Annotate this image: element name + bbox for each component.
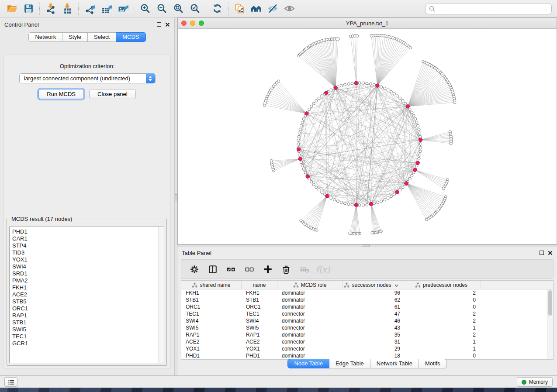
- select-all-rows-button[interactable]: [224, 262, 238, 277]
- table-cell[interactable]: SWI5: [242, 324, 277, 331]
- table-cell[interactable]: dominator: [277, 352, 343, 359]
- network-graph-canvas[interactable]: [178, 29, 557, 244]
- table-cell[interactable]: ORC1: [242, 303, 277, 310]
- column-header-shared-name[interactable]: shared name: [181, 281, 242, 289]
- table-cell[interactable]: 2: [407, 331, 481, 338]
- table-cell[interactable]: 1: [407, 345, 481, 352]
- table-cell[interactable]: dominator: [277, 317, 343, 324]
- table-cell[interactable]: RAP1: [181, 331, 242, 338]
- table-cell[interactable]: 46: [343, 317, 407, 324]
- hide-selected-button[interactable]: [264, 2, 281, 16]
- table-cell[interactable]: STB1: [181, 296, 242, 303]
- table-row[interactable]: ORC1ORC1dominator610: [181, 303, 553, 310]
- table-cell[interactable]: ORC1: [181, 303, 242, 310]
- mcds-result-item[interactable]: PMA2: [12, 277, 164, 284]
- toggle-panel-button[interactable]: [206, 262, 220, 277]
- table-cell[interactable]: 2: [407, 310, 481, 317]
- refresh-layout-button[interactable]: [209, 2, 225, 16]
- tab-select[interactable]: Select: [88, 32, 116, 42]
- table-cell[interactable]: STB1: [242, 296, 277, 303]
- table-cell[interactable]: 2: [407, 317, 481, 324]
- table-row[interactable]: RAP1RAP1dominator352: [181, 331, 553, 338]
- table-row[interactable]: TEC1TEC1connector472: [181, 310, 553, 317]
- tab-motifs[interactable]: Motifs: [419, 359, 447, 368]
- table-cell[interactable]: dominator: [277, 303, 343, 310]
- mcds-result-item[interactable]: STP4: [12, 242, 164, 249]
- mcds-result-item[interactable]: CAR1: [12, 235, 164, 242]
- table-cell[interactable]: 1: [407, 324, 481, 331]
- mcds-result-item[interactable]: GCR1: [12, 340, 164, 347]
- mcds-result-item[interactable]: SWI4: [12, 263, 164, 270]
- tab-mcds[interactable]: MCDS: [116, 32, 145, 42]
- close-table-panel-icon[interactable]: [548, 251, 553, 255]
- table-cell[interactable]: TEC1: [181, 310, 242, 317]
- table-row[interactable]: SWI5SWI5connector431: [181, 324, 553, 331]
- table-cell[interactable]: connector: [277, 324, 343, 331]
- table-scrollbar-thumb[interactable]: [548, 290, 552, 316]
- delete-column-button[interactable]: [279, 262, 293, 277]
- mcds-result-item[interactable]: YOX1: [12, 256, 164, 263]
- tab-network[interactable]: Network: [28, 32, 62, 42]
- table-cell[interactable]: SWI5: [181, 324, 242, 331]
- save-session-button[interactable]: [20, 2, 37, 16]
- memory-button[interactable]: Memory: [517, 377, 553, 387]
- table-cell[interactable]: 35: [343, 331, 407, 338]
- tab-node-table[interactable]: Node Table: [287, 359, 329, 368]
- export-network-button[interactable]: [81, 2, 98, 16]
- mcds-result-item[interactable]: TEC1: [12, 333, 164, 340]
- mcds-result-item[interactable]: ORC1: [12, 305, 164, 312]
- table-cell[interactable]: dominator: [277, 331, 343, 338]
- table-cell[interactable]: TEC1: [242, 310, 277, 317]
- table-row[interactable]: PHD1PHD1dominator180: [181, 352, 553, 359]
- table-cell[interactable]: 0: [407, 303, 481, 310]
- table-cell[interactable]: SWI4: [181, 317, 242, 324]
- tab-edge-table[interactable]: Edge Table: [329, 359, 370, 368]
- run-mcds-button[interactable]: Run MCDS: [38, 89, 84, 99]
- table-cell[interactable]: dominator: [277, 289, 343, 296]
- table-cell[interactable]: FKH1: [181, 289, 242, 296]
- table-cell[interactable]: 96: [343, 289, 407, 296]
- mcds-result-list[interactable]: PHD1CAR1STP4TID3YOX1SWI4SRD1PMA2FKH1ACE2…: [9, 227, 164, 363]
- table-cell[interactable]: 61: [343, 303, 407, 310]
- mcds-result-item[interactable]: STB5: [12, 298, 164, 305]
- table-cell[interactable]: 0: [407, 352, 481, 359]
- zoom-out-button[interactable]: [153, 2, 170, 16]
- column-header-name[interactable]: name: [242, 281, 277, 289]
- table-cell[interactable]: PHD1: [242, 352, 277, 359]
- export-table-button[interactable]: [98, 2, 114, 16]
- table-cell[interactable]: RAP1: [242, 331, 277, 338]
- column-header-MCDS-role[interactable]: MCDS role: [277, 281, 343, 289]
- table-cell[interactable]: 31: [343, 338, 407, 345]
- table-row[interactable]: SWI4SWI4dominator462: [181, 317, 553, 324]
- mcds-result-item[interactable]: SRD1: [12, 270, 164, 277]
- column-header-predecessor-nodes[interactable]: predecessor nodes: [407, 281, 481, 289]
- deselect-all-rows-button[interactable]: [242, 262, 256, 277]
- optimization-criterion-dropdown[interactable]: largest connected component (undirected): [19, 73, 156, 83]
- table-cell[interactable]: connector: [277, 345, 343, 352]
- table-cell[interactable]: 47: [343, 310, 407, 317]
- table-cell[interactable]: 2: [407, 289, 481, 296]
- search-input[interactable]: [438, 6, 548, 12]
- import-network-button[interactable]: [42, 2, 59, 16]
- table-cell[interactable]: ACE2: [181, 338, 242, 345]
- mcds-result-item[interactable]: PHD1: [12, 228, 164, 235]
- mcds-result-item[interactable]: SWI5: [12, 326, 164, 333]
- mcds-result-item[interactable]: ACE2: [12, 291, 164, 298]
- show-all-button[interactable]: [281, 2, 298, 16]
- zoom-selected-button[interactable]: [187, 2, 203, 16]
- table-cell[interactable]: ACE2: [242, 338, 277, 345]
- table-cell[interactable]: 43: [343, 324, 407, 331]
- close-panel-icon[interactable]: [165, 22, 170, 27]
- tab-style[interactable]: Style: [62, 32, 88, 42]
- table-cell[interactable]: 62: [343, 296, 407, 303]
- table-cell[interactable]: connector: [277, 310, 343, 317]
- zoom-fit-button[interactable]: [170, 2, 187, 16]
- float-table-panel-icon[interactable]: [540, 251, 544, 255]
- table-cell[interactable]: FKH1: [242, 289, 277, 296]
- column-header-successor-nodes[interactable]: successor nodes: [343, 281, 407, 289]
- first-neighbors-button[interactable]: [248, 2, 264, 16]
- clone-network-button[interactable]: [231, 2, 248, 16]
- mcds-result-item[interactable]: STB1: [12, 319, 164, 326]
- tab-network-table[interactable]: Network Table: [370, 359, 419, 368]
- table-row[interactable]: ACE2ACE2connector311: [181, 338, 553, 345]
